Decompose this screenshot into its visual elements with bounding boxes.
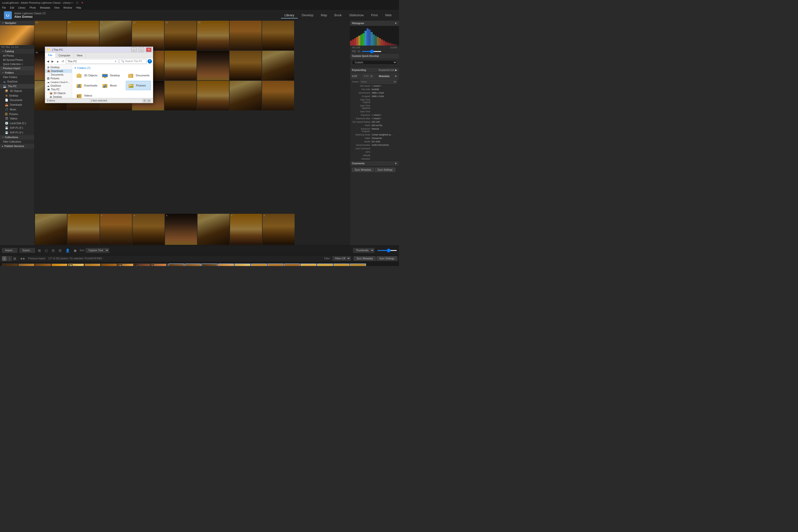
thumbnails-dropdown[interactable]: Thumbnails bbox=[353, 248, 374, 253]
status-sync-metadata-btn[interactable]: Sync Metadata bbox=[354, 256, 376, 261]
folder-filter[interactable]: Filter Folders bbox=[0, 75, 34, 79]
film-thumb-10[interactable]: 4 bbox=[151, 264, 167, 266]
tree-this-pc[interactable]: 💻 This PC bbox=[45, 88, 72, 91]
catalog-all-photos[interactable]: All Photos bbox=[0, 54, 34, 58]
custom-qd-header[interactable]: Custom Quick Develop bbox=[350, 54, 399, 59]
film-thumb-6[interactable]: 10 bbox=[84, 264, 100, 266]
grid-view-btn[interactable]: ⊞ bbox=[37, 248, 42, 253]
catalog-section-header[interactable]: ▼ Catalog bbox=[0, 49, 34, 54]
film-thumb-sel-2[interactable] bbox=[185, 264, 201, 266]
module-map[interactable]: Map bbox=[318, 12, 330, 18]
tree-3d-objects[interactable]: 📦 3D Objects bbox=[45, 91, 72, 95]
ribbon-tab-computer[interactable]: Computer bbox=[56, 53, 74, 58]
catalog-quick-collection[interactable]: Quick Collection + bbox=[0, 62, 34, 66]
people-view-btn[interactable]: 👤 bbox=[64, 248, 71, 253]
menu-window[interactable]: Window bbox=[63, 6, 72, 9]
film-thumb-2[interactable] bbox=[18, 264, 35, 266]
film-thumb-4[interactable] bbox=[52, 264, 68, 266]
folder-item-music[interactable]: Music bbox=[100, 81, 125, 90]
module-print[interactable]: Print bbox=[368, 12, 381, 18]
exif-dropdown[interactable]: EXIF bbox=[363, 74, 374, 78]
close-button[interactable]: ✕ bbox=[81, 1, 83, 4]
loupe-view-btn[interactable]: ◻ bbox=[44, 248, 49, 253]
maximize-button[interactable]: □ bbox=[76, 1, 78, 4]
folder-item-documents[interactable]: Documents bbox=[126, 71, 151, 80]
film-thumb-sel-8[interactable] bbox=[284, 264, 300, 266]
film-thumb-1[interactable] bbox=[2, 264, 18, 266]
folder-item-pictures[interactable]: Pictures bbox=[126, 81, 151, 90]
module-slideshow[interactable]: Slideshow bbox=[346, 12, 367, 18]
module-develop[interactable]: Develop bbox=[298, 12, 317, 18]
collections-filter[interactable]: Filter Collections bbox=[0, 140, 34, 144]
metadata-header[interactable]: EXIF EXIF Metadata ▼ bbox=[350, 73, 399, 79]
ribbon-tab-file[interactable]: File bbox=[45, 53, 56, 58]
film-thumb-7[interactable] bbox=[101, 264, 117, 266]
film-thumb-sel-11[interactable] bbox=[334, 264, 349, 266]
keywording-header[interactable]: Keywording Keyword List ▶ bbox=[350, 68, 399, 73]
sync-metadata-button[interactable]: Sync Metadata bbox=[352, 168, 374, 172]
compare-tabs-btn[interactable]: ⊞ bbox=[12, 256, 17, 261]
catalog-previous-import[interactable]: Previous Import bbox=[0, 66, 34, 71]
film-thumb-sel-10[interactable] bbox=[317, 264, 333, 266]
menu-file[interactable]: File bbox=[2, 6, 6, 9]
film-thumb-9[interactable]: 4 bbox=[134, 264, 150, 266]
film-thumb-sel-7[interactable] bbox=[267, 264, 284, 266]
export-button[interactable]: Export... bbox=[19, 248, 35, 253]
menu-photo[interactable]: Photo bbox=[30, 6, 36, 9]
fill-btn[interactable]: FILL bbox=[6, 46, 10, 48]
fit-btn[interactable]: FIT bbox=[1, 46, 5, 48]
folders-section-header[interactable]: ▼ Folders (7) bbox=[74, 66, 151, 70]
film-thumb-sel-9[interactable] bbox=[301, 264, 317, 266]
folder-music[interactable]: 🎵Music bbox=[0, 107, 34, 112]
module-book[interactable]: Book bbox=[331, 12, 345, 18]
folder-svp-p1-b[interactable]: 💾SVP-P1 (F:) bbox=[0, 130, 34, 135]
exp-help-btn[interactable]: ? bbox=[148, 59, 152, 63]
film-thumb-sel-1[interactable] bbox=[169, 264, 185, 266]
ribbon-tab-view[interactable]: View bbox=[74, 53, 86, 58]
menu-edit[interactable]: Edit bbox=[10, 6, 14, 9]
zoom-2-1[interactable]: 2:1 bbox=[15, 46, 18, 48]
tree-desktop[interactable]: 🖥 Desktop bbox=[45, 65, 72, 69]
exp-view-details-btn[interactable]: ☰ bbox=[142, 99, 147, 102]
menu-library[interactable]: Library bbox=[18, 6, 25, 9]
module-library[interactable]: Library bbox=[281, 12, 298, 18]
exp-address-bar[interactable]: This PC ▼ bbox=[66, 59, 118, 64]
sort-dropdown[interactable]: Capture Time bbox=[86, 248, 109, 253]
collections-section-header[interactable]: ▼ Collections bbox=[0, 135, 34, 140]
tree-onedrive[interactable]: ☁ OneDrive bbox=[45, 84, 72, 88]
navigator-section-header[interactable]: ▼ Navigator bbox=[0, 21, 34, 25]
survey-view-btn[interactable]: ⊟ bbox=[58, 248, 62, 253]
folder-svp-p1[interactable]: 💾SVP-P1 (F:) bbox=[0, 126, 34, 130]
publish-section-header[interactable]: ▶ Publish Services bbox=[0, 144, 34, 149]
thumbnails-size-slider[interactable] bbox=[377, 250, 397, 251]
folder-videos[interactable]: 🎬Videos bbox=[0, 116, 34, 121]
status-sync-settings-btn[interactable]: Sync Settings bbox=[377, 256, 397, 261]
film-thumb-sel-3[interactable] bbox=[202, 264, 217, 266]
next-arrow[interactable]: ▶ bbox=[23, 257, 25, 260]
exp-back-btn[interactable]: ◀ bbox=[46, 59, 50, 63]
folder-this-pc[interactable]: 💻This PC bbox=[0, 84, 34, 89]
film-thumb-8[interactable]: 46 bbox=[117, 264, 133, 266]
tree-creative-cloud[interactable]: ☁ Creative Cloud Fi... bbox=[45, 80, 72, 84]
tree-desktop-b[interactable]: 🖥 Desktop bbox=[45, 95, 72, 98]
folder-3d-objects[interactable]: 📦3D Objects bbox=[0, 89, 34, 93]
folder-local-disk-c[interactable]: 💽Local Disk (C:) bbox=[0, 121, 34, 126]
menu-help[interactable]: Help bbox=[76, 6, 81, 9]
develop-btn[interactable]: ◉ bbox=[73, 248, 78, 253]
folders-section-header[interactable]: ▼ Folders bbox=[0, 71, 34, 75]
exp-view-large-btn[interactable]: ⊞ bbox=[147, 99, 151, 102]
exp-forward-btn[interactable]: ▶ bbox=[51, 59, 54, 63]
sync-settings-button[interactable]: Sync Settings bbox=[375, 168, 395, 172]
qd-dropdown[interactable]: Custom bbox=[352, 60, 397, 65]
folder-item-downloads[interactable]: Downloads bbox=[74, 81, 99, 90]
exp-up-btn[interactable]: ▲ bbox=[55, 59, 60, 63]
folder-item-desktop[interactable]: Desktop bbox=[100, 71, 125, 80]
film-thumb-sel-4[interactable] bbox=[218, 264, 234, 266]
film-thumb-3[interactable] bbox=[35, 264, 51, 266]
folder-item-videos[interactable]: Videos bbox=[74, 91, 99, 98]
module-web[interactable]: Web bbox=[382, 12, 395, 18]
tree-documents[interactable]: 📄 Documents bbox=[45, 73, 72, 77]
histogram-header[interactable]: Histogram ▼ bbox=[350, 21, 399, 26]
folder-onedrive[interactable]: ☁OneDrive bbox=[0, 79, 34, 84]
iso-slider[interactable] bbox=[362, 51, 381, 52]
